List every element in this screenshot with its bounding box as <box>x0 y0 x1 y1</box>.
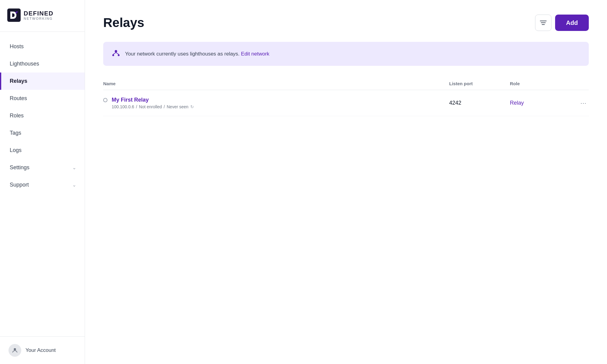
sidebar-item-settings[interactable]: Settings ⌄ <box>0 159 85 176</box>
info-banner: Your network currently uses lighthouses … <box>103 42 589 66</box>
svg-line-9 <box>116 52 119 54</box>
sidebar-item-tags[interactable]: Tags <box>0 124 85 142</box>
relay-name-cell: My First Relay 100.100.0.6 / Not enrolle… <box>103 97 449 109</box>
sidebar-item-support[interactable]: Support ⌄ <box>0 176 85 194</box>
sidebar-item-routes[interactable]: Routes <box>0 90 85 107</box>
relay-name[interactable]: My First Relay <box>112 97 194 103</box>
logo-networking: NETWORKING <box>24 17 53 20</box>
relay-actions: ⋯ <box>571 98 589 108</box>
chevron-down-icon: ⌄ <box>72 165 76 170</box>
sidebar-item-label: Lighthouses <box>10 61 39 67</box>
svg-line-8 <box>113 52 116 54</box>
sidebar-item-label: Support <box>10 182 29 188</box>
nav-items: Hosts Lighthouses Relays Routes Roles Ta… <box>0 32 85 336</box>
page-header: Relays Add <box>103 15 589 31</box>
logo-defined: DEFINED <box>24 10 53 17</box>
relay-enrollment: Not enrolled <box>139 104 162 109</box>
sidebar-item-label: Routes <box>10 95 27 102</box>
svg-point-5 <box>115 50 117 52</box>
status-dot <box>103 98 107 102</box>
relay-last-seen: Never seen <box>167 104 188 109</box>
sidebar-item-hosts[interactable]: Hosts <box>0 38 85 55</box>
logo-icon <box>7 8 21 22</box>
column-role: Role <box>510 81 571 86</box>
add-button[interactable]: Add <box>555 15 589 31</box>
row-actions-button[interactable]: ⋯ <box>578 98 589 108</box>
relay-separator2: / <box>164 104 165 109</box>
relay-separator: / <box>136 104 137 109</box>
sidebar-item-label: Hosts <box>10 43 24 50</box>
column-actions <box>571 81 589 86</box>
table-header: Name Listen port Role <box>103 78 589 90</box>
sidebar-item-label: Tags <box>10 130 21 136</box>
sidebar: DEFINED NETWORKING Hosts Lighthouses Rel… <box>0 0 85 364</box>
header-actions: Add <box>535 15 589 31</box>
account-area[interactable]: Your Account <box>0 336 85 364</box>
sidebar-item-label: Logs <box>10 147 22 153</box>
sidebar-item-label: Roles <box>10 113 24 119</box>
chevron-down-icon: ⌄ <box>72 182 76 188</box>
column-listen-port: Listen port <box>449 81 510 86</box>
relays-table: Name Listen port Role My First Relay 100… <box>103 78 589 116</box>
main-content: Relays Add Your network curre <box>85 0 607 364</box>
sidebar-item-label: Relays <box>10 78 27 84</box>
logo-text: DEFINED NETWORKING <box>24 10 53 20</box>
filter-icon <box>540 20 547 26</box>
logo-area[interactable]: DEFINED NETWORKING <box>0 0 85 32</box>
filter-button[interactable] <box>535 15 551 31</box>
sidebar-item-lighthouses[interactable]: Lighthouses <box>0 55 85 72</box>
avatar <box>8 344 21 357</box>
relay-ip: 100.100.0.6 <box>112 104 134 109</box>
account-label: Your Account <box>25 347 56 353</box>
svg-point-1 <box>14 348 16 350</box>
info-banner-text: Your network currently uses lighthouses … <box>125 51 270 57</box>
column-name: Name <box>103 81 449 86</box>
sidebar-item-label: Settings <box>10 164 29 171</box>
refresh-icon[interactable]: ↻ <box>190 104 194 109</box>
edit-network-link[interactable]: Edit network <box>241 51 270 57</box>
svg-point-6 <box>112 54 114 56</box>
page-title: Relays <box>103 15 144 30</box>
relay-port: 4242 <box>449 100 510 106</box>
relay-role: Relay <box>510 100 571 106</box>
svg-rect-0 <box>7 8 21 22</box>
relay-name-info: My First Relay 100.100.0.6 / Not enrolle… <box>112 97 194 109</box>
relay-meta: 100.100.0.6 / Not enrolled / Never seen … <box>112 104 194 109</box>
sidebar-item-relays[interactable]: Relays <box>0 72 85 90</box>
table-row: My First Relay 100.100.0.6 / Not enrolle… <box>103 90 589 116</box>
sidebar-item-roles[interactable]: Roles <box>0 107 85 124</box>
relay-info-icon <box>112 49 120 59</box>
svg-point-7 <box>118 54 120 56</box>
sidebar-item-logs[interactable]: Logs <box>0 142 85 159</box>
